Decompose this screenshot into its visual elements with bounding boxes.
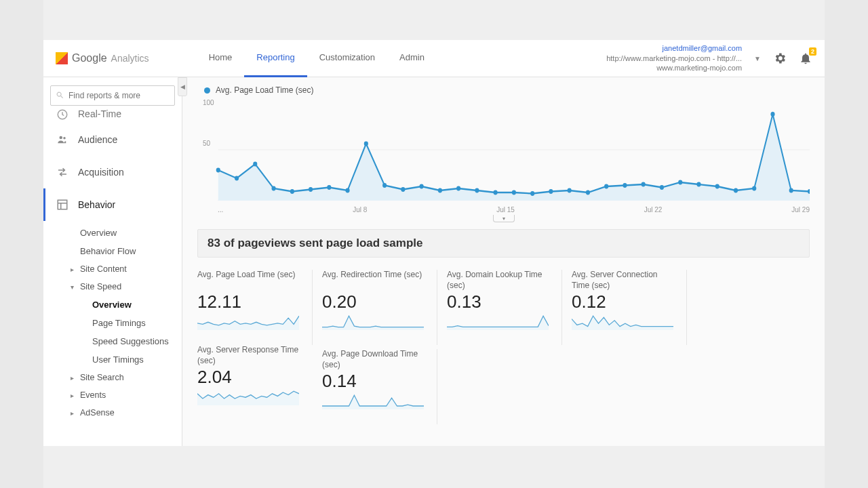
svg-point-35 — [752, 186, 756, 191]
sidebar-item-acquisition[interactable]: Acquisition — [43, 156, 182, 188]
svg-point-13 — [345, 188, 349, 193]
app-header: Google Analytics Home Reporting Customiz… — [43, 40, 825, 77]
subnav-adsense[interactable]: ▸AdSense — [43, 404, 182, 422]
metric-card[interactable]: Avg. Redirection Time (sec)0.20 — [322, 270, 437, 345]
svg-point-21 — [494, 190, 498, 195]
sidebar-item-realtime[interactable]: Real-Time — [43, 108, 182, 123]
metric-value: 0.20 — [322, 291, 427, 312]
subnav-overview[interactable]: Overview — [43, 224, 182, 242]
svg-rect-3 — [58, 200, 67, 209]
chart-legend[interactable]: Avg. Page Load Time (sec) — [197, 85, 810, 95]
metric-label: Avg. Server Connection Time (sec) — [572, 270, 677, 290]
metric-card[interactable]: Avg. Page Load Time (sec)12.11 — [197, 270, 313, 345]
dimension-table: Site Speed Browser▸Country — [197, 445, 377, 446]
sparkline — [322, 394, 424, 409]
subnav-events[interactable]: ▸Events — [43, 386, 182, 404]
arrows-icon — [56, 166, 68, 178]
data-header-right: Avg. Page Load Time (sec) — [695, 445, 810, 446]
svg-point-37 — [789, 188, 793, 193]
sidebar: Real-Time Audience Acquisition Behavior … — [43, 77, 182, 446]
svg-point-29 — [642, 182, 646, 187]
subnav-user-timings[interactable]: User Timings — [43, 350, 182, 369]
top-tabs: Home Reporting Customization Admin — [197, 40, 437, 77]
subnav-speed-overview[interactable]: Overview — [43, 296, 182, 314]
account-property: http://www.marketing-mojo.com - http://.… — [606, 54, 742, 64]
svg-point-31 — [678, 180, 682, 185]
sidebar-label: Audience — [78, 134, 117, 145]
y-tick: 100 — [203, 99, 214, 106]
svg-point-23 — [530, 191, 534, 196]
svg-point-16 — [401, 187, 405, 192]
subnav-speed-suggestions[interactable]: Speed Suggestions — [43, 332, 182, 350]
people-icon — [56, 134, 68, 146]
report-content: Avg. Page Load Time (sec) 100 50 ... Jul… — [182, 77, 825, 446]
metric-card[interactable]: Avg. Server Response Time (sec)2.04 — [197, 345, 313, 424]
caret-right-icon: ▸ — [71, 374, 76, 382]
svg-point-20 — [475, 188, 479, 193]
metric-label: Avg. Redirection Time (sec) — [322, 270, 427, 290]
svg-point-28 — [623, 183, 627, 188]
subnav-page-timings[interactable]: Page Timings — [43, 314, 182, 332]
svg-point-26 — [586, 190, 590, 195]
svg-point-19 — [456, 186, 460, 191]
svg-point-24 — [549, 189, 553, 194]
search-icon — [56, 91, 64, 100]
svg-point-33 — [715, 184, 719, 189]
metric-cards: Avg. Page Load Time (sec)12.11Avg. Redir… — [197, 270, 810, 424]
search-input[interactable] — [50, 85, 175, 106]
tab-admin[interactable]: Admin — [387, 40, 437, 77]
chevron-down-icon[interactable]: ▼ — [754, 55, 761, 62]
svg-point-7 — [235, 176, 239, 181]
metric-value: 12.11 — [197, 291, 302, 312]
data-header-left: Browser — [397, 445, 695, 446]
metric-card[interactable]: Avg. Server Connection Time (sec)0.12 — [572, 270, 687, 345]
svg-point-18 — [438, 188, 442, 193]
metric-value: 2.04 — [197, 367, 303, 388]
svg-point-11 — [309, 187, 313, 192]
main-chart[interactable]: 100 50 — [197, 99, 810, 201]
sidebar-label: Behavior — [78, 199, 115, 210]
legend-dot-icon — [204, 87, 210, 94]
svg-point-32 — [696, 182, 701, 187]
bell-icon[interactable]: 2 — [799, 52, 812, 65]
sidebar-label: Acquisition — [78, 167, 124, 178]
metric-value: 0.13 — [447, 291, 552, 312]
metric-value: 0.12 — [572, 291, 677, 312]
svg-point-6 — [216, 168, 220, 173]
account-selector[interactable]: janetdmiller@gmail.com http://www.market… — [606, 43, 742, 74]
tab-home[interactable]: Home — [197, 40, 245, 77]
caret-right-icon: ▸ — [71, 266, 76, 273]
notification-badge: 2 — [809, 47, 816, 56]
metric-value: 0.14 — [322, 371, 427, 392]
sparkline — [197, 315, 299, 330]
chart-x-axis: ... Jul 8 Jul 15 Jul 22 Jul 29 — [197, 205, 810, 214]
sidebar-collapse-handle[interactable]: ◀ — [178, 77, 187, 96]
gear-icon[interactable] — [773, 52, 787, 65]
dim-header: Site Speed — [197, 445, 377, 446]
svg-point-9 — [271, 186, 275, 191]
sample-banner: 83 of pageviews sent page load sample — [197, 229, 810, 258]
caret-right-icon: ▸ — [71, 392, 76, 399]
metric-label: Avg. Server Response Time (sec) — [197, 345, 303, 365]
metric-label: Avg. Page Download Time (sec) — [322, 349, 427, 369]
sparkline — [197, 390, 299, 405]
metric-label: Avg. Page Load Time (sec) — [197, 270, 302, 290]
sidebar-item-audience[interactable]: Audience — [43, 123, 182, 156]
logo[interactable]: Google Analytics — [56, 52, 149, 64]
metric-card[interactable]: Avg. Domain Lookup Time (sec)0.13 — [447, 270, 562, 345]
subnav-site-search[interactable]: ▸Site Search — [43, 369, 182, 386]
sidebar-item-behavior[interactable]: Behavior — [43, 188, 182, 221]
subnav-behavior-flow[interactable]: Behavior Flow — [43, 242, 182, 260]
tab-reporting[interactable]: Reporting — [244, 40, 307, 77]
legend-label: Avg. Page Load Time (sec) — [216, 85, 314, 95]
subnav-site-content[interactable]: ▸Site Content — [43, 260, 182, 278]
tab-customization[interactable]: Customization — [307, 40, 387, 77]
sparkline — [572, 315, 673, 330]
subnav-site-speed[interactable]: ▾Site Speed — [43, 278, 182, 296]
svg-point-15 — [382, 183, 387, 188]
chart-expand-handle[interactable]: ▾ — [493, 215, 515, 222]
svg-point-1 — [60, 136, 63, 140]
metric-card[interactable]: Avg. Page Download Time (sec)0.14 — [322, 349, 437, 424]
svg-point-10 — [290, 189, 294, 194]
logo-text-analytics: Analytics — [111, 53, 149, 64]
